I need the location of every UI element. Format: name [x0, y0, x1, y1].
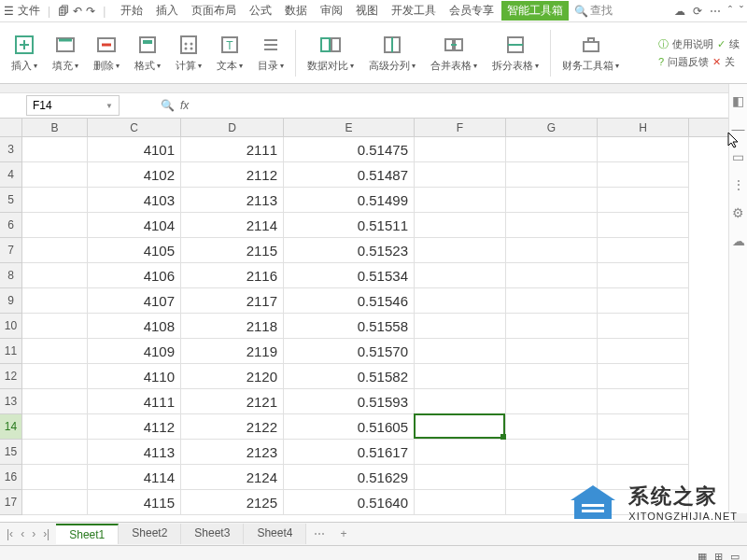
- cell[interactable]: 4103: [88, 188, 181, 212]
- ribbon-btn-delete-row[interactable]: 删除▾: [86, 26, 127, 80]
- ribbon-tab-4[interactable]: 数据: [279, 1, 313, 21]
- cell[interactable]: [506, 314, 598, 338]
- add-sheet-button[interactable]: +: [332, 527, 354, 540]
- cell[interactable]: [506, 465, 598, 489]
- cell[interactable]: [22, 490, 88, 514]
- cell[interactable]: 4114: [88, 465, 181, 489]
- cell[interactable]: 4105: [88, 238, 181, 262]
- sidebar-dots-icon[interactable]: ⋮: [732, 177, 745, 192]
- sheet-last-icon[interactable]: ›|: [40, 527, 52, 540]
- cell[interactable]: [598, 314, 689, 338]
- sidebar-tool-icon[interactable]: ⚙: [732, 205, 744, 220]
- cell[interactable]: [22, 288, 88, 313]
- row-header[interactable]: 9: [0, 288, 22, 314]
- cell[interactable]: 4108: [88, 314, 181, 338]
- cell[interactable]: [598, 137, 689, 161]
- cell[interactable]: [506, 364, 598, 388]
- ribbon-btn-toolbox[interactable]: 财务工具箱▾: [555, 26, 627, 80]
- ribbon-btn-plus-grid[interactable]: 插入▾: [4, 26, 45, 80]
- ribbon-btn-toc[interactable]: 目录▾: [250, 26, 291, 80]
- cell[interactable]: 0.51593: [284, 389, 415, 413]
- cell[interactable]: [598, 389, 689, 413]
- cell[interactable]: 4104: [88, 213, 181, 237]
- file-menu[interactable]: ☰ 文件 | 🗐 ↶ ↷ |: [4, 3, 109, 19]
- cell[interactable]: [598, 188, 689, 212]
- col-header-F[interactable]: F: [415, 119, 506, 136]
- cell[interactable]: [415, 288, 506, 313]
- ribbon-btn-split-col[interactable]: 高级分列▾: [361, 26, 423, 80]
- sidebar-expand-icon[interactable]: ◧: [732, 93, 744, 108]
- cell[interactable]: [22, 440, 88, 464]
- cell[interactable]: 4106: [88, 263, 181, 287]
- cell[interactable]: [598, 339, 689, 363]
- cell[interactable]: 0.51511: [284, 213, 415, 237]
- row-header[interactable]: 11: [0, 339, 22, 364]
- sidebar-panel-icon[interactable]: ▭: [732, 149, 744, 164]
- cell[interactable]: [415, 238, 506, 262]
- cell[interactable]: 0.51546: [284, 288, 415, 313]
- ribbon-tab-6[interactable]: 视图: [350, 1, 384, 21]
- cell[interactable]: [598, 490, 689, 514]
- row-header[interactable]: 10: [0, 314, 22, 339]
- cell[interactable]: 4110: [88, 364, 181, 388]
- cell[interactable]: [598, 213, 689, 237]
- select-all-corner[interactable]: [0, 119, 22, 136]
- ribbon-tab-5[interactable]: 审阅: [315, 1, 348, 21]
- chevron-down-icon[interactable]: ˇ: [740, 5, 743, 18]
- cell[interactable]: [415, 465, 506, 489]
- sheet-tab-Sheet3[interactable]: Sheet3: [181, 524, 244, 544]
- cell[interactable]: 2117: [181, 288, 284, 313]
- cell[interactable]: 2116: [181, 263, 284, 287]
- row-header[interactable]: 3: [0, 137, 22, 162]
- sheet-prev-icon[interactable]: ‹: [18, 527, 27, 540]
- ribbon-tab-1[interactable]: 插入: [150, 1, 184, 21]
- sheet-next-icon[interactable]: ›: [29, 527, 38, 540]
- row-header[interactable]: 17: [0, 490, 22, 515]
- ribbon-btn-fill[interactable]: 填充▾: [45, 26, 86, 80]
- chevron-up-icon[interactable]: ˆ: [728, 5, 732, 18]
- cell[interactable]: [415, 188, 506, 212]
- cell[interactable]: [506, 263, 598, 287]
- cell[interactable]: 4109: [88, 339, 181, 363]
- col-header-G[interactable]: G: [506, 119, 598, 136]
- sheet-tab-Sheet1[interactable]: Sheet1: [56, 524, 119, 544]
- sheet-tab-Sheet2[interactable]: Sheet2: [119, 524, 181, 544]
- cell[interactable]: [415, 314, 506, 338]
- cell[interactable]: 4101: [88, 137, 181, 161]
- ribbon-btn-calc[interactable]: 计算▾: [168, 26, 209, 80]
- cell[interactable]: [22, 213, 88, 237]
- cell[interactable]: [598, 364, 689, 388]
- ribbon-tab-3[interactable]: 公式: [244, 1, 277, 21]
- ribbon-tab-2[interactable]: 页面布局: [186, 1, 242, 21]
- col-header-H[interactable]: H: [598, 119, 689, 136]
- cell[interactable]: 0.51534: [284, 263, 415, 287]
- cell[interactable]: [598, 238, 689, 262]
- row-header[interactable]: 15: [0, 440, 22, 465]
- ribbon-tab-8[interactable]: 会员专享: [444, 1, 500, 21]
- search-tab[interactable]: 🔍 查找: [569, 1, 618, 21]
- cell[interactable]: [22, 238, 88, 262]
- zoom-icon[interactable]: 🔍: [161, 99, 175, 112]
- cell[interactable]: 4111: [88, 389, 181, 413]
- cell[interactable]: 0.51487: [284, 162, 415, 187]
- cell[interactable]: 0.51640: [284, 490, 415, 514]
- cell[interactable]: [598, 162, 689, 187]
- cell[interactable]: 2114: [181, 213, 284, 237]
- cell[interactable]: 0.51570: [284, 339, 415, 363]
- cell[interactable]: 2120: [181, 364, 284, 388]
- row-header[interactable]: 12: [0, 364, 22, 389]
- usage-link[interactable]: ⓘ使用说明 ✓续: [658, 37, 740, 51]
- cell[interactable]: [415, 339, 506, 363]
- grid-body[interactable]: 410121110.51475410221120.51487410321130.…: [22, 137, 689, 515]
- cell[interactable]: [415, 440, 506, 464]
- view-page-icon[interactable]: ▭: [730, 551, 740, 560]
- ribbon-btn-format[interactable]: 格式▾: [127, 26, 168, 80]
- cell[interactable]: 2122: [181, 414, 284, 439]
- cell[interactable]: [415, 263, 506, 287]
- cell[interactable]: [598, 414, 689, 439]
- cell[interactable]: 2112: [181, 162, 284, 187]
- ribbon-btn-text[interactable]: T文本▾: [209, 26, 250, 80]
- cell[interactable]: [22, 162, 88, 187]
- cell[interactable]: [415, 162, 506, 187]
- col-header-D[interactable]: D: [181, 119, 284, 136]
